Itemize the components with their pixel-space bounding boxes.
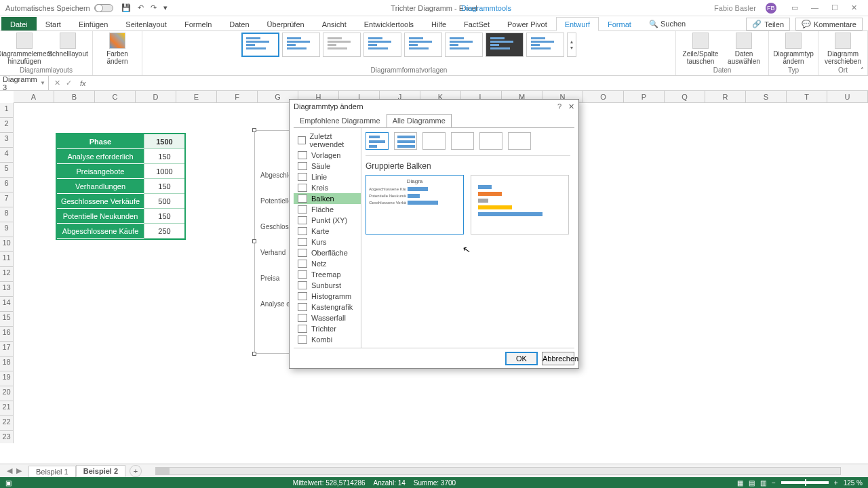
tab-pagelayout[interactable]: Seitenlayout bbox=[117, 17, 176, 30]
tab-recommended[interactable]: Empfohlene Diagramme bbox=[294, 114, 387, 127]
chart-style-1[interactable] bbox=[241, 33, 279, 57]
row-header[interactable]: 15 bbox=[0, 312, 13, 327]
qat-more-icon[interactable]: ▾ bbox=[163, 3, 167, 12]
table-row[interactable]: 250 bbox=[144, 224, 184, 239]
chart-style-8[interactable] bbox=[526, 33, 564, 57]
record-macro-icon[interactable]: ▣ bbox=[5, 479, 12, 487]
chart-preview-2[interactable] bbox=[471, 175, 569, 235]
cat-waterfall[interactable]: Wasserfall bbox=[294, 312, 361, 323]
fx-icon[interactable]: fx bbox=[80, 79, 86, 87]
cat-pie[interactable]: Kreis bbox=[294, 182, 361, 193]
table-header-a[interactable]: Phase bbox=[57, 134, 144, 149]
col-header[interactable]: O bbox=[583, 91, 624, 102]
toggle-icon[interactable] bbox=[94, 4, 113, 12]
cat-bar[interactable]: Balken bbox=[294, 193, 361, 204]
ok-button[interactable]: OK bbox=[505, 352, 538, 365]
col-header[interactable]: P bbox=[624, 91, 665, 102]
select-data-button[interactable]: Daten auswählen bbox=[724, 33, 764, 65]
table-row[interactable]: 150 bbox=[144, 149, 184, 164]
row-header[interactable]: 21 bbox=[0, 401, 13, 416]
row-header[interactable]: 3 bbox=[0, 133, 13, 148]
row-header[interactable]: 20 bbox=[0, 386, 13, 401]
page-break-icon[interactable]: ▥ bbox=[760, 479, 766, 487]
avatar[interactable]: FB bbox=[766, 3, 776, 14]
tab-design[interactable]: Entwurf bbox=[556, 17, 599, 31]
subtype-3d-stacked-bar[interactable] bbox=[479, 132, 502, 150]
cat-combo[interactable]: Kombi bbox=[294, 334, 361, 345]
zoom-in-icon[interactable]: + bbox=[834, 479, 838, 487]
subtype-3d-100-stacked-bar[interactable] bbox=[508, 132, 531, 150]
change-chart-type-button[interactable]: Diagrammtyp ändern bbox=[773, 33, 814, 65]
row-header[interactable]: 11 bbox=[0, 252, 13, 267]
cat-surface[interactable]: Oberfläche bbox=[294, 247, 361, 258]
row-header[interactable]: 8 bbox=[0, 207, 13, 222]
zoom-out-icon[interactable]: − bbox=[772, 479, 776, 487]
row-header[interactable]: 18 bbox=[0, 357, 13, 371]
dialog-title-bar[interactable]: Diagrammtyp ändern ? ✕ bbox=[290, 100, 578, 114]
dialog-close-icon[interactable]: ✕ bbox=[568, 102, 574, 111]
row-header[interactable]: 22 bbox=[0, 416, 13, 431]
cat-recent[interactable]: Zuletzt verwendet bbox=[294, 131, 361, 150]
row-header[interactable]: 13 bbox=[0, 282, 13, 297]
col-header[interactable]: S bbox=[746, 91, 787, 102]
subtype-100-stacked-bar[interactable] bbox=[422, 132, 446, 150]
col-header[interactable]: E bbox=[176, 91, 217, 102]
horizontal-scrollbar[interactable] bbox=[155, 467, 841, 475]
quick-layout-button[interactable]: Schnelllayout bbox=[47, 33, 88, 58]
row-header[interactable]: 23 bbox=[0, 431, 13, 443]
scroll-thumb[interactable] bbox=[156, 468, 170, 474]
row-header[interactable]: 6 bbox=[0, 178, 13, 192]
row-header[interactable]: 14 bbox=[0, 297, 13, 312]
table-row[interactable]: Abgeschlossene Käufe bbox=[57, 224, 144, 239]
chart-preview-1[interactable]: Diagra Abgeschlossene Käufe Potentielle … bbox=[366, 175, 464, 235]
col-header[interactable]: Q bbox=[665, 91, 705, 102]
cancel-formula-icon[interactable]: ✕ bbox=[54, 79, 60, 87]
cat-area[interactable]: Fläche bbox=[294, 204, 361, 215]
sheet-tab-2[interactable]: Beispiel 2 bbox=[76, 465, 125, 477]
cat-treemap[interactable]: Treemap bbox=[294, 269, 361, 280]
data-table[interactable]: Phase Analyse erforderlich Preisangebote… bbox=[56, 133, 186, 240]
row-header[interactable]: 19 bbox=[0, 371, 13, 386]
table-row[interactable]: 500 bbox=[144, 194, 184, 209]
table-row[interactable]: 150 bbox=[144, 209, 184, 224]
switch-row-col-button[interactable]: Zeile/Spalte tauschen bbox=[680, 33, 721, 65]
normal-view-icon[interactable]: ▦ bbox=[737, 479, 743, 487]
resize-handle[interactable] bbox=[252, 352, 256, 356]
cat-boxwhisker[interactable]: Kastengrafik bbox=[294, 302, 361, 312]
row-headers[interactable]: 1234567891011121314151617181920212223242… bbox=[0, 103, 14, 443]
cat-radar[interactable]: Netz bbox=[294, 258, 361, 269]
add-sheet-button[interactable]: + bbox=[130, 465, 142, 477]
resize-handle[interactable] bbox=[252, 239, 256, 243]
chart-style-2[interactable] bbox=[282, 33, 320, 57]
cat-funnel[interactable]: Trichter bbox=[294, 323, 361, 334]
table-row[interactable]: 150 bbox=[144, 179, 184, 194]
row-header[interactable]: 1 bbox=[0, 103, 13, 118]
cat-xy[interactable]: Punkt (XY) bbox=[294, 215, 361, 226]
cat-stock[interactable]: Kurs bbox=[294, 237, 361, 247]
formula-input[interactable] bbox=[92, 76, 868, 90]
col-header[interactable]: R bbox=[705, 91, 746, 102]
undo-icon[interactable]: ↶ bbox=[138, 3, 144, 12]
cat-templates[interactable]: Vorlagen bbox=[294, 150, 361, 161]
row-header[interactable]: 4 bbox=[0, 148, 13, 163]
subtype-clustered-bar[interactable] bbox=[366, 132, 389, 150]
collapse-ribbon-icon[interactable]: ˄ bbox=[861, 66, 864, 74]
change-colors-button[interactable]: Farben ändern bbox=[97, 33, 138, 65]
style-gallery-more[interactable]: ▴▾ bbox=[567, 33, 576, 57]
col-header[interactable]: T bbox=[787, 91, 827, 102]
chevron-down-icon[interactable]: ▼ bbox=[40, 80, 45, 86]
tab-review[interactable]: Überprüfen bbox=[258, 17, 313, 30]
subtype-stacked-bar[interactable] bbox=[394, 132, 417, 150]
cat-sunburst[interactable]: Sunburst bbox=[294, 280, 361, 291]
col-header[interactable]: U bbox=[827, 91, 868, 102]
page-layout-icon[interactable]: ▤ bbox=[749, 479, 755, 487]
tab-view[interactable]: Ansicht bbox=[313, 17, 355, 30]
table-row[interactable]: 1000 bbox=[144, 164, 184, 179]
chart-style-6[interactable] bbox=[445, 33, 483, 57]
redo-icon[interactable]: ↷ bbox=[151, 3, 157, 12]
chart-style-5[interactable] bbox=[404, 33, 442, 57]
comments-button[interactable]: 💬Kommentare bbox=[795, 18, 863, 30]
tab-powerpivot[interactable]: Power Pivot bbox=[498, 17, 556, 30]
table-row[interactable]: Verhandlungen bbox=[57, 179, 144, 194]
minimize-icon[interactable]: — bbox=[806, 3, 824, 12]
